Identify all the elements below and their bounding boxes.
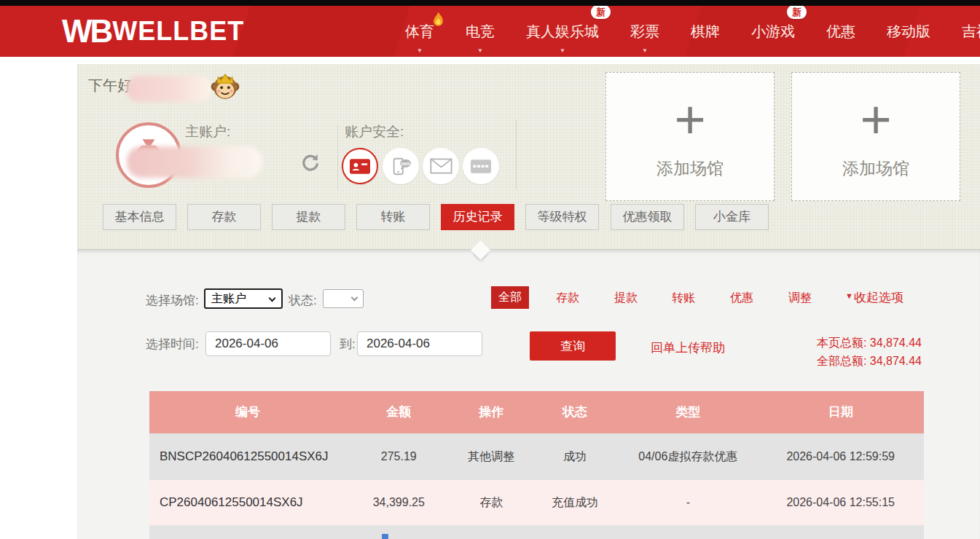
type-filter-deposit[interactable]: 存款 [556, 291, 579, 306]
type-filter-adjust[interactable]: 调整 [788, 291, 812, 306]
collapse-options-link[interactable]: ▼收起选项 [845, 289, 903, 306]
plus-icon: + [606, 93, 774, 147]
nav-item-label: 优惠 [826, 22, 855, 42]
page: WB WELLBET 体育 ▼ 电竞 ▼ 真人娱乐城 新 ▼ 彩票 [0, 0, 980, 539]
type-filter-promo[interactable]: 优惠 [730, 291, 753, 306]
status-select[interactable] [323, 289, 364, 308]
triangle-down-icon: ▼ [845, 291, 853, 300]
tab-transfer[interactable]: 转账 [356, 204, 430, 230]
nav-item-label: 彩票 [630, 22, 659, 42]
plus-icon: + [792, 93, 960, 147]
all-total-line: 全部总额: 34,874.44 [817, 352, 922, 370]
nav-item-board-games[interactable]: 棋牌 [691, 6, 720, 57]
nav-item-label: 小游戏 [751, 22, 795, 42]
account-security-label: 账户安全: [345, 122, 404, 141]
table-row-partial [149, 525, 924, 539]
top-black-strip [0, 0, 980, 6]
svg-text:SMS: SMS [401, 162, 410, 166]
table-row: CP26040612550014SX6J 34,399.25 存款 充值成功 -… [149, 480, 924, 525]
collapse-options-label: 收起选项 [854, 291, 903, 304]
tab-basic-info[interactable]: 基本信息 [103, 204, 176, 230]
nav-decoration [227, 6, 415, 57]
fire-icon [432, 12, 444, 28]
cell-amount: 34,399.25 [346, 480, 452, 525]
tab-vault[interactable]: 小金库 [695, 204, 769, 230]
nav-item-jixiang[interactable]: 吉祥 [962, 6, 980, 57]
account-panel: 下午好 主账户: [77, 64, 980, 250]
receipt-upload-help-link[interactable]: 回单上传帮助 [651, 339, 725, 356]
date-to-input[interactable] [357, 331, 482, 356]
type-filter-withdraw[interactable]: 提款 [614, 291, 638, 306]
sms-phone-security-icon[interactable]: SMS [383, 148, 419, 184]
tab-history[interactable]: 历史记录 [441, 204, 514, 230]
cell-status: 成功 [531, 433, 619, 480]
nav-item-label: 体育 [405, 22, 434, 42]
greeting-text: 下午好 [88, 76, 132, 95]
venue-filter-label: 选择场馆: [146, 292, 199, 309]
add-venue-label: 添加场馆 [606, 157, 774, 180]
main-account-label: 主账户: [185, 122, 230, 141]
history-content: 选择场馆: 主账户 状态: 全部 存款 提款 转账 优惠 调整 ▼收起选项 选择… [77, 250, 980, 539]
cell-amount: 275.19 [346, 433, 452, 480]
mail-security-icon[interactable] [423, 148, 459, 184]
chevron-down-icon [269, 295, 276, 302]
to-label: 到: [340, 336, 356, 353]
monkey-emoji-icon [209, 70, 241, 103]
table-header-row: 编号 金额 操作 状态 类型 日期 [149, 391, 924, 433]
venue-select[interactable]: 主账户 [204, 288, 283, 309]
header-id: 编号 [149, 391, 346, 433]
type-filter-all[interactable]: 全部 [491, 286, 529, 309]
tab-vip-privilege[interactable]: 等级特权 [525, 204, 599, 230]
nav-item-mobile[interactable]: 移动版 [887, 6, 930, 57]
masked-username [126, 76, 212, 102]
add-venue-card[interactable]: + 添加场馆 [791, 72, 960, 201]
partial-text-fragment [382, 534, 388, 539]
cell-date: 2026-04-06 12:59:59 [757, 433, 924, 480]
add-venue-label: 添加场馆 [792, 157, 960, 180]
nav-item-lottery[interactable]: 彩票 ▼ [630, 6, 659, 57]
nav-item-label: 电竞 [466, 22, 495, 42]
tab-withdraw[interactable]: 提款 [272, 204, 345, 230]
time-filter-label: 选择时间: [146, 336, 199, 353]
cell-operation: 存款 [452, 480, 531, 525]
chevron-down-icon [351, 294, 358, 302]
wellbet-logo[interactable]: WB WELLBET [62, 15, 244, 48]
venue-select-value: 主账户 [211, 291, 246, 307]
page-total-line: 本页总额: 34,874.44 [817, 334, 922, 352]
add-venue-card[interactable]: + 添加场馆 [605, 72, 775, 201]
query-button[interactable]: 查询 [530, 331, 616, 361]
all-total-label: 全部总额: [817, 355, 866, 367]
nav-item-label: 移动版 [887, 22, 930, 42]
cell-id: BNSCP26040612550014SX6J [149, 433, 346, 480]
tab-deposit[interactable]: 存款 [187, 204, 261, 230]
nav-item-mini-games[interactable]: 小游戏 新 [751, 6, 795, 57]
masked-balance [127, 146, 262, 178]
nav-item-esports[interactable]: 电竞 ▼ [466, 6, 495, 57]
nav-item-sports[interactable]: 体育 ▼ [405, 6, 434, 57]
history-table: 编号 金额 操作 状态 类型 日期 BNSCP26040612550014SX6… [149, 391, 924, 525]
totals-block: 本页总额: 34,874.44 全部总额: 34,874.44 [817, 334, 922, 370]
date-from-input[interactable] [205, 331, 331, 356]
chevron-down-icon: ▼ [560, 47, 565, 54]
chevron-down-icon: ▼ [642, 47, 648, 54]
chevron-down-icon: ▼ [477, 47, 483, 54]
cell-type: 04/06虚拟存款优惠 [619, 433, 757, 480]
status-filter-label: 状态: [289, 292, 317, 309]
nav-item-live-casino[interactable]: 真人娱乐城 新 ▼ [526, 6, 599, 57]
nav-item-label: 真人娱乐城 [526, 22, 599, 42]
bank-card-security-icon[interactable] [463, 148, 499, 184]
header-date: 日期 [757, 391, 924, 433]
table-row: BNSCP26040612550014SX6J 275.19 其他调整 成功 0… [149, 433, 924, 480]
type-filter-transfer[interactable]: 转账 [672, 291, 695, 306]
refresh-balance-icon[interactable] [299, 152, 321, 173]
tab-promo-claim[interactable]: 优惠领取 [611, 204, 684, 230]
all-total-value: 34,874.44 [870, 355, 922, 367]
page-total-label: 本页总额: [817, 337, 866, 349]
main-nav: WB WELLBET 体育 ▼ 电竞 ▼ 真人娱乐城 新 ▼ 彩票 [0, 6, 980, 57]
nav-item-promotions[interactable]: 优惠 [826, 6, 855, 57]
logo-text: WELLBET [112, 15, 244, 48]
cell-type: - [619, 480, 757, 525]
header-status: 状态 [531, 391, 619, 433]
new-badge: 新 [787, 6, 807, 19]
id-card-security-icon[interactable] [342, 148, 378, 184]
